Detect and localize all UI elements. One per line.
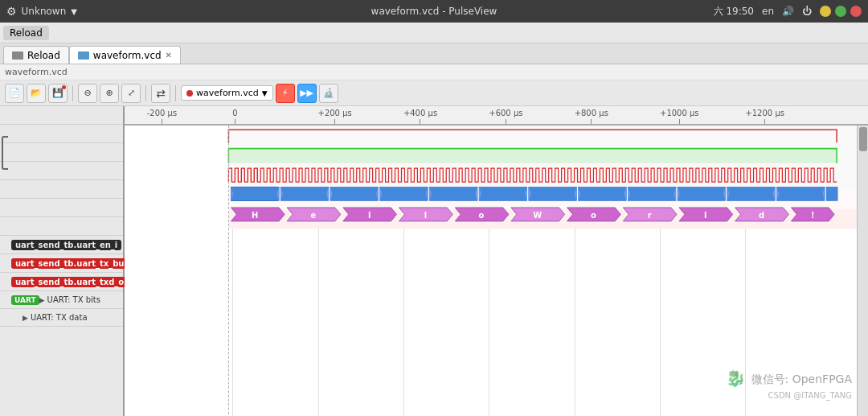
svg-rect-8 — [280, 187, 329, 200]
highlight-button[interactable]: ⚡ — [276, 84, 295, 103]
menubar: Reload — [0, 23, 868, 43]
svg-text:l: l — [368, 209, 371, 219]
svg-text:W: W — [533, 209, 542, 219]
zoom-in-button[interactable]: ⊕ — [100, 84, 119, 103]
svg-rect-19 — [826, 187, 837, 200]
tab-label-wave: waveform.vcd — [93, 50, 162, 61]
empty-row-1 — [0, 106, 123, 125]
svg-text:o: o — [591, 209, 596, 219]
svg-text:H: H — [252, 209, 258, 219]
file-label: waveform.vcd ▼ — [181, 85, 273, 101]
ruler-tick-1: 0 — [232, 109, 237, 124]
tab-close-button[interactable]: ✕ — [166, 51, 172, 60]
brace-indicator — [2, 136, 8, 170]
volume-icon[interactable]: 🔊 — [782, 6, 794, 17]
empty-row-5 — [0, 180, 123, 199]
svg-text:e: e — [311, 209, 317, 219]
tab-reload[interactable]: Reload — [3, 46, 69, 64]
decoder-row-tx-data: ▶ UART: TX data — [0, 309, 123, 327]
waveform-area: -200 μs 0 +200 μs +400 μs +600 μs +800 μ… — [125, 106, 868, 416]
breadcrumb: waveform.vcd — [0, 64, 868, 80]
close-button[interactable] — [850, 6, 862, 17]
svg-rect-9 — [330, 187, 379, 200]
signal-row-uart-busy: uart_send_tb.uart_tx_busy_o — [0, 254, 123, 273]
signal-row-uart-txd: uart_send_tb.uart_txd_o — [0, 273, 123, 291]
ruler-tick-6: +1000 μs — [660, 109, 699, 124]
signal-label-uart-en: uart_send_tb.uart_en_i — [11, 240, 121, 250]
tab-icon-wave — [78, 51, 89, 60]
file-name: waveform.vcd — [196, 88, 259, 98]
titlebar-right: 六 19:50 en 🔊 ⏻ — [714, 5, 862, 19]
decoder-label-tx-data: UART: TX data — [31, 313, 88, 322]
svg-rect-10 — [380, 187, 428, 200]
titlebar-left: ⚙ Unknown ▼ — [6, 5, 77, 18]
signal-label-uart-txd: uart_send_tb.uart_txd_o — [11, 277, 128, 287]
svg-rect-15 — [628, 187, 676, 200]
svg-rect-12 — [479, 187, 527, 200]
scroll-indicator[interactable] — [857, 126, 868, 416]
svg-text:d: d — [759, 209, 764, 219]
svg-rect-18 — [776, 187, 825, 200]
ruler-tick-3: +400 μs — [403, 109, 437, 124]
ruler: -200 μs 0 +200 μs +400 μs +600 μs +800 μ… — [125, 106, 868, 126]
decoder-expand-arrow-2[interactable]: ▶ — [23, 314, 28, 322]
tab-icon — [12, 51, 23, 60]
maximize-button[interactable] — [835, 6, 846, 17]
svg-rect-17 — [727, 187, 776, 200]
separator-3 — [175, 85, 176, 101]
svg-text:!: ! — [811, 209, 815, 219]
breadcrumb-text: waveform.vcd — [5, 67, 68, 77]
window-title: waveform.vcd - PulseView — [371, 6, 497, 17]
uart-tx-bits — [231, 187, 837, 200]
svg-rect-3 — [228, 149, 837, 163]
separator-2 — [145, 85, 146, 101]
tabbar: Reload waveform.vcd ✕ — [0, 43, 868, 64]
svg-text:l: l — [704, 209, 706, 219]
window-controls — [820, 6, 862, 17]
ruler-tick-7: +1200 μs — [745, 109, 784, 124]
svg-rect-7 — [231, 187, 279, 200]
uart-tx-data: H e l l o W — [231, 208, 834, 221]
decoder-expand-arrow[interactable]: ▶ — [39, 296, 45, 304]
svg-rect-16 — [678, 187, 726, 200]
scroll-thumb[interactable] — [859, 127, 867, 151]
save-button[interactable]: 💾 — [48, 84, 68, 103]
uart-decoder-label: UART — [11, 295, 39, 305]
run-button[interactable]: ▶▶ — [297, 84, 317, 103]
titlebar: ⚙ Unknown ▼ waveform.vcd - PulseView 六 1… — [0, 0, 868, 23]
decoder-button[interactable]: 🔬 — [319, 84, 338, 103]
empty-row-7 — [0, 217, 123, 236]
svg-text:o: o — [479, 209, 485, 219]
main-area: uart_send_tb.uart_en_i uart_send_tb.uart… — [0, 106, 868, 416]
tab-waveform[interactable]: waveform.vcd ✕ — [69, 46, 181, 64]
tab-label: Reload — [27, 50, 60, 61]
pan-button[interactable]: ⇄ — [151, 84, 170, 103]
minimize-button[interactable] — [820, 6, 831, 17]
file-status-dot — [186, 90, 193, 97]
empty-row-2 — [0, 125, 123, 143]
signal-panel: uart_send_tb.uart_en_i uart_send_tb.uart… — [0, 106, 125, 416]
datetime: 六 19:50 — [714, 5, 754, 19]
app-icon: ⚙ — [6, 5, 17, 18]
svg-rect-14 — [579, 187, 627, 200]
reload-menu-item[interactable]: Reload — [3, 26, 49, 40]
new-button[interactable]: 📄 — [5, 84, 24, 103]
file-dropdown-arrow[interactable]: ▼ — [262, 89, 268, 97]
power-icon[interactable]: ⏻ — [802, 6, 812, 17]
open-button[interactable]: 📂 — [27, 84, 46, 103]
decoder-label-tx-bits: UART: TX bits — [47, 295, 100, 304]
ruler-tick-0: -200 μs — [147, 109, 177, 124]
empty-row-3 — [0, 143, 123, 162]
app-name: Unknown — [22, 6, 67, 17]
ruler-tick-4: +600 μs — [489, 109, 522, 124]
empty-row-4 — [0, 162, 123, 180]
zoom-fit-button[interactable]: ⤢ — [121, 84, 141, 103]
app-menu-arrow[interactable]: ▼ — [71, 7, 77, 16]
svg-rect-13 — [529, 187, 577, 200]
ruler-tick-5: +800 μs — [575, 109, 608, 124]
zoom-out-button[interactable]: ⊖ — [78, 84, 97, 103]
signal-row-uart-en: uart_send_tb.uart_en_i — [0, 236, 123, 254]
svg-text:l: l — [424, 209, 427, 219]
ruler-tick-2: +200 μs — [318, 109, 352, 124]
svg-rect-11 — [429, 187, 477, 200]
